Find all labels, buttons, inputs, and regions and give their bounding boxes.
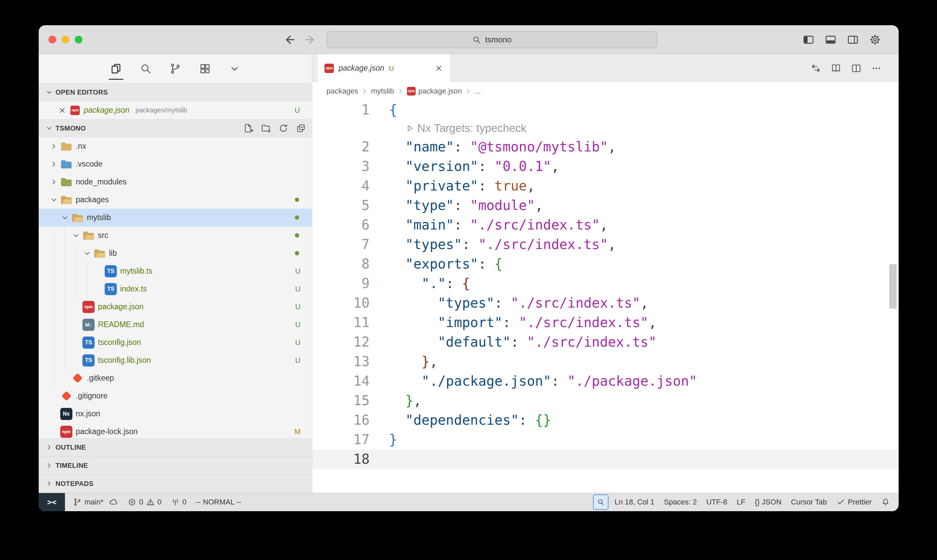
breadcrumb-item-mytslib[interactable]: mytslib	[371, 87, 394, 95]
code-line-15[interactable]: 15 },	[312, 391, 899, 410]
tree-item-package-lock-json[interactable]: npmpackage-lock.jsonM	[39, 423, 312, 438]
chevron-down-icon[interactable]	[59, 214, 71, 222]
toggle-left-panel-icon[interactable]	[802, 34, 814, 46]
tree-item-packages[interactable]: packages	[39, 191, 312, 209]
breadcrumb-item-symbols[interactable]: ...	[475, 87, 481, 95]
problems-status[interactable]: 0 0	[123, 493, 166, 511]
code-line-12[interactable]: 12 "default": "./src/index.ts"	[312, 332, 899, 352]
code-line-16[interactable]: 16 "dependencies": {}	[312, 410, 899, 430]
tree-item-node-modules[interactable]: node_modules	[39, 173, 312, 191]
tree-item--gitignore[interactable]: .gitignore	[39, 387, 312, 405]
toggle-bottom-panel-icon[interactable]	[825, 34, 837, 46]
tree-item-src[interactable]: src	[39, 226, 312, 244]
extensions-icon[interactable]	[199, 63, 211, 75]
notepads-header[interactable]: NOTEPADS	[39, 474, 312, 493]
token-pun: ,	[535, 198, 543, 213]
code-line-7[interactable]: 7 "types": "./src/index.ts",	[312, 235, 899, 254]
tree-item-tsconfig-json[interactable]: TStsconfig.jsonU	[39, 334, 312, 351]
code-line-13[interactable]: 13 },	[312, 352, 899, 371]
split-editor-icon[interactable]	[851, 63, 862, 74]
search-view-icon[interactable]	[140, 63, 152, 75]
compare-changes-icon[interactable]	[811, 63, 821, 74]
chevron-down-icon[interactable]	[82, 249, 93, 257]
close-editor-icon[interactable]	[58, 106, 66, 114]
explorer-icon[interactable]	[110, 63, 122, 75]
forward-arrow-icon[interactable]	[303, 33, 317, 46]
eol-status[interactable]: LF	[732, 498, 750, 506]
tree-item-mytslib-ts[interactable]: TSmytslib.tsU	[39, 262, 312, 280]
formatter-status[interactable]: Prettier	[832, 498, 876, 506]
code-line-17[interactable]: 17}	[312, 430, 899, 449]
tab-package-json[interactable]: npm package.json U	[318, 54, 450, 82]
maximize-window-button[interactable]	[75, 36, 83, 43]
tree-item-readme-md[interactable]: M↓README.mdU	[39, 316, 312, 334]
encoding-status[interactable]: UTF-8	[702, 498, 732, 506]
token-pun: ,	[608, 237, 616, 252]
chevron-down-icon[interactable]	[48, 196, 60, 204]
open-editor-entry[interactable]: npm package.json packages/mytslib U	[39, 101, 312, 119]
tree-item--nx[interactable]: .nx	[39, 137, 312, 155]
code-line-5[interactable]: 5 "type": "module",	[312, 195, 899, 215]
folder-node-icon	[60, 176, 72, 188]
tree-item-lib[interactable]: lib	[39, 244, 312, 262]
indentation-status[interactable]: Spaces: 2	[659, 498, 702, 506]
tree-item-mytslib[interactable]: mytslib	[39, 209, 312, 226]
cursor-tab-status[interactable]: Cursor Tab	[786, 498, 832, 506]
workspace-header[interactable]: TSMONO	[39, 119, 312, 137]
close-window-button[interactable]	[48, 36, 56, 43]
token-pun: ,	[600, 217, 608, 232]
code-line-11[interactable]: 11 "import": "./src/index.ts",	[312, 313, 899, 332]
sync-status[interactable]	[108, 493, 123, 511]
remote-indicator[interactable]: ><	[39, 493, 65, 511]
toggle-right-panel-icon[interactable]	[847, 34, 859, 46]
code-line-8[interactable]: 8 "exports": {	[312, 254, 899, 274]
chevron-right-icon[interactable]	[48, 142, 60, 151]
collapse-folders-icon[interactable]	[296, 123, 306, 133]
command-center-search[interactable]: tsmono	[327, 31, 657, 48]
new-folder-icon[interactable]	[261, 123, 271, 133]
vim-mode-status[interactable]: -- NORMAL --	[191, 493, 246, 511]
settings-gear-icon[interactable]	[869, 34, 881, 46]
scrollbar-thumb[interactable]	[889, 264, 897, 309]
code-line-2[interactable]: 2 "name": "@tsmono/mytslib",	[312, 137, 899, 157]
code-line-9[interactable]: 9 ".": {	[312, 274, 899, 293]
breadcrumb-item-package-json[interactable]: npm package.json	[407, 87, 462, 95]
chevron-right-icon[interactable]	[48, 160, 60, 168]
more-views-chevron-icon[interactable]	[229, 63, 241, 75]
breadcrumb-item-packages[interactable]: packages	[326, 87, 358, 95]
code-line-6[interactable]: 6 "main": "./src/index.ts",	[312, 215, 899, 235]
branch-status[interactable]: main*	[68, 493, 108, 511]
code-line-4[interactable]: 4 "private": true,	[312, 176, 899, 195]
code-line-3[interactable]: 3 "version": "0.0.1",	[312, 157, 899, 176]
timeline-header[interactable]: TIMELINE	[39, 456, 312, 474]
chevron-down-icon[interactable]	[70, 232, 82, 240]
ports-status[interactable]: 0	[166, 493, 191, 511]
source-control-icon[interactable]	[169, 63, 182, 75]
notifications-bell[interactable]	[876, 498, 890, 506]
minimize-window-button[interactable]	[62, 36, 69, 43]
codelens-nx-targets[interactable]: Nx Targets: typecheck	[380, 120, 526, 137]
more-actions-icon[interactable]	[871, 63, 882, 74]
chevron-right-icon[interactable]	[48, 178, 60, 186]
tree-item-package-json[interactable]: npmpackage.jsonU	[39, 298, 312, 316]
code-line-14[interactable]: 14 "./package.json": "./package.json"	[312, 371, 899, 391]
tree-item-nx-json[interactable]: Nxnx.json	[39, 405, 312, 423]
new-file-icon[interactable]	[243, 123, 254, 133]
code-editor[interactable]: 1{Nx Targets: typecheck2 "name": "@tsmon…	[312, 100, 899, 493]
tree-item-index-ts[interactable]: TSindex.tsU	[39, 280, 312, 298]
open-preview-icon[interactable]	[831, 63, 842, 74]
tree-item-tsconfig-lib-json[interactable]: TStsconfig.lib.jsonU	[39, 351, 312, 369]
open-editors-header[interactable]: OPEN EDITORS	[39, 83, 312, 101]
back-arrow-icon[interactable]	[283, 33, 296, 46]
tree-item--vscode[interactable]: .vscode	[39, 155, 312, 173]
refresh-icon[interactable]	[278, 123, 288, 133]
code-line-10[interactable]: 10 "types": "./src/index.ts",	[312, 293, 899, 313]
close-tab-icon[interactable]	[434, 64, 443, 73]
outline-header[interactable]: OUTLINE	[39, 438, 312, 456]
code-line-18[interactable]: 18	[312, 449, 899, 469]
tree-item--gitkeep[interactable]: .gitkeep	[39, 369, 312, 387]
language-status[interactable]: {} JSON	[750, 498, 786, 506]
cursor-position-status[interactable]: Ln 18, Col 1	[610, 498, 659, 506]
zoom-indicator[interactable]	[593, 494, 609, 510]
code-line-1[interactable]: 1{	[312, 100, 899, 120]
